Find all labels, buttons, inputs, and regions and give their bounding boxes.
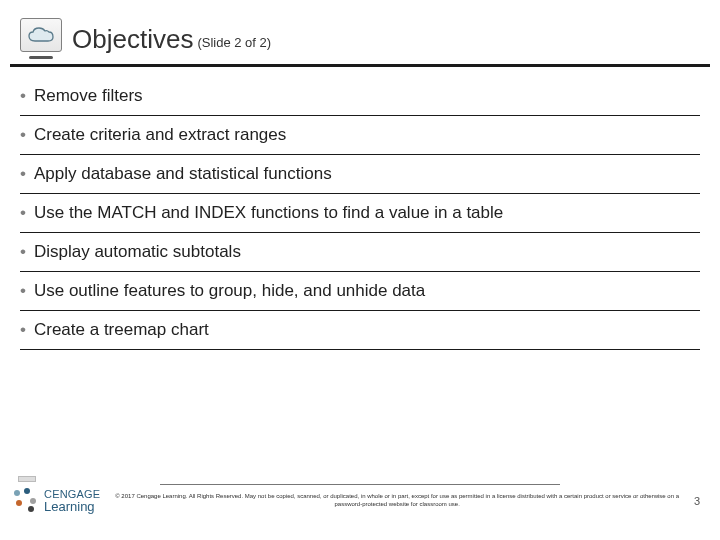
bullet-icon: • (20, 165, 26, 182)
bullet-icon: • (20, 204, 26, 221)
list-item: •Use the MATCH and INDEX functions to fi… (20, 194, 700, 233)
bullet-text: Use the MATCH and INDEX functions to fin… (34, 203, 503, 223)
slide-title: Objectives (72, 24, 193, 55)
list-item: •Remove filters (20, 77, 700, 116)
bullet-text: Use outline features to group, hide, and… (34, 281, 425, 301)
bullet-text: Create criteria and extract ranges (34, 125, 286, 145)
logo-mark-icon (14, 488, 40, 514)
bullet-icon: • (20, 87, 26, 104)
decorative-mark (18, 476, 36, 482)
bullet-icon: • (20, 126, 26, 143)
bullet-text: Apply database and statistical functions (34, 164, 332, 184)
cloud-icon (27, 26, 55, 44)
bullet-list: •Remove filters •Create criteria and ext… (0, 67, 720, 350)
copyright-text: © 2017 Cengage Learning. All Rights Rese… (100, 493, 693, 509)
slide-subtitle: (Slide 2 of 2) (197, 35, 271, 50)
bullet-icon: • (20, 321, 26, 338)
footer-divider (160, 484, 560, 485)
logo-text: CENGAGE Learning (44, 489, 100, 513)
bullet-icon: • (20, 243, 26, 260)
header-icon-box (20, 18, 62, 52)
list-item: •Use outline features to group, hide, an… (20, 272, 700, 311)
slide-header: Objectives (Slide 2 of 2) (10, 0, 710, 67)
logo-line2: Learning (44, 500, 100, 513)
list-item: •Create criteria and extract ranges (20, 116, 700, 155)
list-item: •Create a treemap chart (20, 311, 700, 350)
page-number: 3 (694, 495, 706, 507)
bullet-text: Create a treemap chart (34, 320, 209, 340)
list-item: •Display automatic subtotals (20, 233, 700, 272)
list-item: •Apply database and statistical function… (20, 155, 700, 194)
bullet-text: Remove filters (34, 86, 143, 106)
bullet-text: Display automatic subtotals (34, 242, 241, 262)
slide-footer: CENGAGE Learning © 2017 Cengage Learning… (0, 484, 720, 540)
cengage-logo: CENGAGE Learning (14, 488, 100, 514)
bullet-icon: • (20, 282, 26, 299)
